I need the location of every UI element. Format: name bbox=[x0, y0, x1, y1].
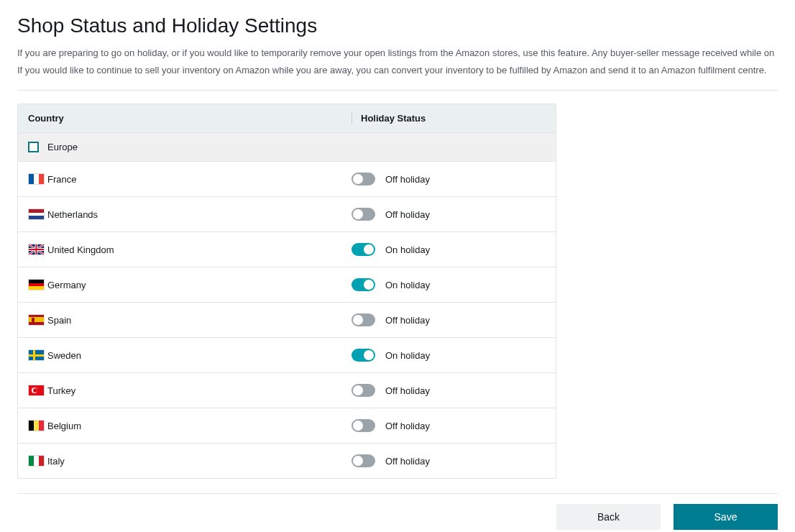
country-name: Germany bbox=[47, 280, 86, 290]
status-label: Off holiday bbox=[385, 174, 430, 185]
status-label: On holiday bbox=[385, 350, 430, 361]
description-line-2: If you would like to continue to sell yo… bbox=[17, 63, 778, 78]
status-cell: On holiday bbox=[351, 278, 546, 291]
table-row: TurkeyOff holiday bbox=[18, 372, 556, 408]
divider bbox=[17, 90, 778, 91]
table-row: FranceOff holiday bbox=[18, 161, 556, 196]
country-name: Netherlands bbox=[47, 209, 98, 220]
flag-icon-uk bbox=[28, 244, 45, 255]
country-cell: Italy bbox=[28, 455, 351, 467]
status-cell: On holiday bbox=[351, 243, 546, 256]
country-cell: Belgium bbox=[28, 420, 351, 431]
status-label: On holiday bbox=[385, 244, 430, 255]
holiday-toggle[interactable] bbox=[351, 173, 375, 185]
country-name: Turkey bbox=[47, 385, 75, 396]
table-header: Country Holiday Status bbox=[18, 104, 556, 132]
holiday-toggle[interactable] bbox=[351, 313, 375, 326]
footer-actions: Back Save bbox=[17, 493, 778, 530]
status-cell: Off holiday bbox=[351, 208, 546, 221]
status-label: Off holiday bbox=[385, 315, 430, 326]
status-label: Off holiday bbox=[385, 209, 430, 220]
country-cell: Sweden bbox=[28, 349, 351, 361]
country-name: United Kingdom bbox=[47, 244, 114, 255]
holiday-toggle[interactable] bbox=[351, 243, 375, 256]
country-name: Sweden bbox=[47, 350, 81, 361]
back-button[interactable]: Back bbox=[556, 504, 661, 530]
region-checkbox-europe[interactable] bbox=[28, 142, 39, 152]
holiday-toggle[interactable] bbox=[351, 349, 375, 362]
country-cell: Germany bbox=[28, 279, 351, 290]
table-row: NetherlandsOff holiday bbox=[18, 196, 556, 231]
country-cell: Netherlands bbox=[28, 208, 351, 220]
status-label: Off holiday bbox=[385, 456, 430, 467]
country-name: Italy bbox=[47, 456, 65, 467]
flag-icon-se bbox=[28, 349, 45, 361]
region-row-europe: Europe bbox=[18, 132, 556, 161]
country-cell: Turkey bbox=[28, 385, 351, 396]
status-cell: Off holiday bbox=[351, 419, 546, 432]
flag-icon-nl bbox=[28, 208, 45, 220]
country-name: France bbox=[47, 174, 76, 185]
region-label: Europe bbox=[47, 142, 78, 152]
description-line-1: If you are preparing to go on holiday, o… bbox=[17, 46, 778, 60]
status-label: Off holiday bbox=[385, 421, 430, 431]
holiday-toggle[interactable] bbox=[351, 454, 375, 467]
table-row: SpainOff holiday bbox=[18, 302, 556, 337]
flag-icon-tr bbox=[28, 385, 45, 396]
country-cell: France bbox=[28, 173, 351, 185]
flag-icon-de bbox=[28, 279, 45, 290]
country-name: Spain bbox=[47, 315, 71, 326]
header-status: Holiday Status bbox=[351, 113, 546, 124]
save-button[interactable]: Save bbox=[674, 504, 778, 530]
table-row: GermanyOn holiday bbox=[18, 267, 556, 302]
status-label: Off holiday bbox=[385, 385, 430, 396]
holiday-toggle[interactable] bbox=[351, 278, 375, 291]
holiday-toggle[interactable] bbox=[351, 208, 375, 221]
status-cell: Off holiday bbox=[351, 313, 546, 326]
table-row: ItalyOff holiday bbox=[18, 443, 556, 478]
status-cell: Off holiday bbox=[351, 454, 546, 467]
country-cell: United Kingdom bbox=[28, 244, 351, 255]
table-row: United KingdomOn holiday bbox=[18, 231, 556, 267]
holiday-toggle[interactable] bbox=[351, 384, 375, 397]
flag-icon-es bbox=[28, 314, 45, 326]
flag-icon-be bbox=[28, 420, 45, 431]
status-cell: Off holiday bbox=[351, 173, 546, 185]
table-row: BelgiumOff holiday bbox=[18, 408, 556, 443]
status-cell: Off holiday bbox=[351, 384, 546, 397]
flag-icon-fr bbox=[28, 173, 45, 185]
country-name: Belgium bbox=[47, 421, 81, 431]
header-country: Country bbox=[28, 113, 351, 124]
status-cell: On holiday bbox=[351, 349, 546, 362]
flag-icon-it bbox=[28, 455, 45, 467]
holiday-toggle[interactable] bbox=[351, 419, 375, 432]
holiday-settings-table: Country Holiday Status Europe FranceOff … bbox=[17, 104, 556, 479]
status-label: On holiday bbox=[385, 280, 430, 290]
country-cell: Spain bbox=[28, 314, 351, 326]
page-title: Shop Status and Holiday Settings bbox=[17, 14, 778, 37]
table-row: SwedenOn holiday bbox=[18, 337, 556, 372]
